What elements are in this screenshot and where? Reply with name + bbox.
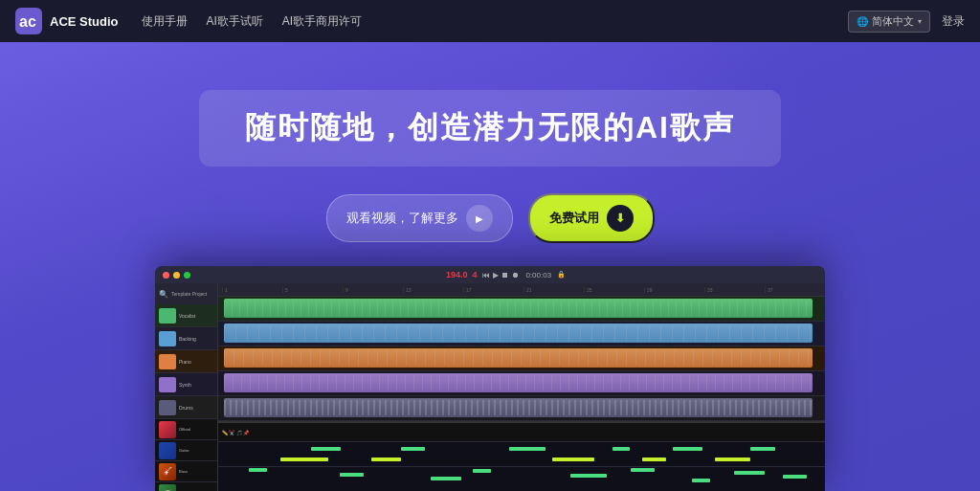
ruler-mark: 33 (704, 287, 765, 293)
window-close-dot (163, 272, 169, 279)
piano-note (570, 474, 607, 478)
track-lane-1 (218, 297, 825, 322)
piano-note (371, 458, 402, 461)
ruler-mark: 37 (765, 287, 825, 293)
track-clip (224, 348, 813, 368)
piano-note (473, 469, 491, 473)
watch-video-button[interactable]: 观看视频，了解更多 ▶ (326, 194, 513, 242)
window-minimize-dot (173, 272, 180, 279)
nav-link-license[interactable]: AI歌手商用许可 (282, 13, 362, 30)
ruler-mark: 29 (644, 287, 704, 293)
track-item: Official (155, 419, 217, 440)
piano-note (734, 471, 765, 475)
ruler-mark: 5 (282, 287, 343, 293)
sidebar-top: 🔍 Template Project (155, 283, 217, 304)
ruler-marks: 1 5 9 13 17 21 25 29 33 37 (222, 287, 825, 293)
daw-ruler: 1 5 9 13 17 21 25 29 33 37 (218, 283, 825, 297)
track-label: Backing (179, 336, 196, 342)
track-item: 🥁 Perc (155, 482, 217, 491)
hero-title: 随时随地，创造潜力无限的AI歌声 (199, 90, 781, 167)
ruler-mark: 9 (343, 287, 403, 293)
piano-note (750, 447, 774, 451)
watch-video-label: 观看视频，了解更多 (346, 210, 458, 227)
ruler-mark: 21 (523, 287, 584, 293)
login-button[interactable]: 登录 (942, 13, 965, 30)
track-thumbnail (159, 308, 176, 324)
track-label: Guitar (179, 448, 189, 453)
track-thumbnail (159, 421, 176, 438)
logo-text: ACE Studio (50, 14, 119, 29)
lang-label: 简体中文 (872, 14, 914, 29)
nav-link-listen[interactable]: AI歌手试听 (207, 13, 263, 30)
ruler-mark: 17 (463, 287, 523, 293)
track-lane-3 (218, 346, 825, 371)
daw-screenshot: 194.0 4 ⏮ ▶ ⏹ ⏺ 0:00:03 🔒 🔍 Template Pro… (155, 266, 825, 491)
piano-note (509, 447, 546, 451)
daw-transport: 194.0 4 ⏮ ▶ ⏹ ⏺ 0:00:03 🔒 (194, 270, 817, 279)
daw-main-area: 1 5 9 13 17 21 25 29 33 37 (218, 283, 825, 491)
track-clip (224, 373, 813, 392)
track-item: 🎸 Bass (155, 461, 217, 482)
piano-note (642, 458, 666, 461)
track-lane-8 (218, 467, 825, 491)
free-trial-button[interactable]: 免费试用 ⬇ (528, 193, 655, 243)
track-thumbnail: 🥁 (159, 484, 176, 492)
piano-note (401, 447, 425, 451)
piano-note (692, 479, 710, 482)
daw-sidebar: 🔍 Template Project Vocalist Backing (155, 283, 218, 491)
nav-links: 使用手册 AI歌手试听 AI歌手商用许可 (142, 13, 363, 30)
transport-play[interactable]: ▶ (493, 271, 499, 279)
lang-selector[interactable]: 🌐 简体中文 ▾ (848, 11, 930, 33)
track-label: Official (179, 427, 190, 432)
hero-section: 随时随地，创造潜力无限的AI歌声 观看视频，了解更多 ▶ 免费试用 ⬇ 194.… (0, 42, 980, 491)
piano-note (715, 458, 751, 461)
piano-note (249, 468, 267, 472)
track-label: Synth (179, 382, 191, 388)
lock-icon: 🔒 (557, 271, 566, 279)
project-label: Template Project (171, 291, 213, 297)
piano-note (280, 458, 328, 461)
track-thumbnail: 🎸 (159, 463, 176, 480)
track-item: Backing (155, 327, 217, 350)
piano-note (631, 468, 655, 472)
track-thumbnail (159, 377, 176, 392)
transport-time: 0:00:03 (525, 271, 551, 279)
bpm-display: 194.0 4 (446, 270, 478, 279)
track-item: Guitar (155, 440, 217, 461)
nav-link-manual[interactable]: 使用手册 (142, 13, 188, 30)
free-trial-label: 免费试用 (549, 210, 599, 227)
track-item: Piano (155, 350, 217, 373)
daw-titlebar: 194.0 4 ⏮ ▶ ⏹ ⏺ 0:00:03 🔒 (155, 266, 825, 283)
track-thumbnail (159, 354, 176, 369)
download-icon: ⬇ (607, 205, 634, 232)
transport-stop[interactable]: ⏹ (501, 271, 509, 279)
track-item: Synth (155, 373, 217, 396)
track-clip (224, 398, 813, 417)
track-label: Vocalist (179, 313, 195, 319)
hero-buttons: 观看视频，了解更多 ▶ 免费试用 ⬇ (326, 193, 655, 243)
track-lane-6: ✏️ ✂️ 🎵 📌 (218, 421, 825, 442)
transport-rewind[interactable]: ⏮ (482, 271, 490, 279)
piano-note (340, 473, 364, 477)
transport-record[interactable]: ⏺ (512, 271, 520, 279)
tracks-area: ✏️ ✂️ 🎵 📌 (218, 297, 825, 491)
track-thumbnail (159, 400, 176, 415)
piano-note (552, 458, 594, 461)
track-label: Piano (179, 359, 191, 365)
piano-note (612, 447, 631, 451)
track-lane-2 (218, 322, 825, 346)
svg-text:ac: ac (19, 13, 36, 30)
track-lane-5 (218, 396, 825, 421)
track-label: Bass (179, 469, 188, 474)
daw-body: 🔍 Template Project Vocalist Backing (155, 283, 825, 491)
piano-note (311, 447, 342, 451)
piano-note (431, 477, 461, 480)
navbar: ac ACE Studio 使用手册 AI歌手试听 AI歌手商用许可 🌐 简体中… (0, 0, 980, 42)
track-thumbnail (159, 442, 176, 459)
piano-note (673, 447, 703, 451)
track-label: Drums (179, 405, 193, 411)
transport-controls: ⏮ ▶ ⏹ ⏺ (482, 271, 520, 279)
piano-note (783, 475, 807, 479)
logo[interactable]: ac ACE Studio (15, 8, 119, 34)
track-thumbnail (159, 331, 176, 346)
